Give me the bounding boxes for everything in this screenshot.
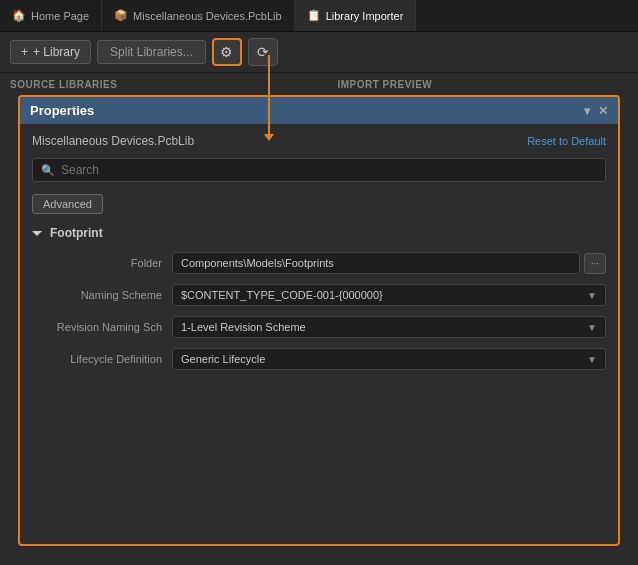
close-button[interactable]: ✕: [598, 104, 608, 118]
lifecycle-row: Lifecycle Definition Generic Lifecycle ▼: [32, 348, 606, 370]
toolbar: + + Library Split Libraries... ⚙ ⟳: [0, 32, 638, 73]
add-library-button[interactable]: + + Library: [10, 40, 91, 64]
importer-icon: 📋: [307, 9, 321, 23]
revision-naming-field: 1-Level Revision Scheme ▼: [172, 316, 606, 338]
pcblib-icon: 📦: [114, 9, 128, 23]
footprint-label: Footprint: [50, 226, 103, 240]
reset-to-default-link[interactable]: Reset to Default: [527, 135, 606, 147]
revision-naming-dropdown-icon: ▼: [587, 322, 597, 333]
properties-title: Properties: [30, 103, 94, 118]
lifecycle-field: Generic Lifecycle ▼: [172, 348, 606, 370]
folder-value[interactable]: Components\Models\Footprints: [172, 252, 580, 274]
naming-scheme-dropdown-icon: ▼: [587, 290, 597, 301]
form-grid: Folder Components\Models\Footprints ··· …: [32, 252, 606, 370]
filename-row: Miscellaneous Devices.PcbLib Reset to De…: [32, 134, 606, 148]
revision-naming-row: Revision Naming Sch 1-Level Revision Sch…: [32, 316, 606, 338]
split-libraries-label: Split Libraries...: [110, 45, 193, 59]
properties-panel: Properties ▾ ✕ Miscellaneous Devices.Pcb…: [18, 95, 620, 546]
folder-row: Folder Components\Models\Footprints ···: [32, 252, 606, 274]
footprint-section-label: Footprint: [32, 226, 606, 240]
import-preview-header: IMPORT PREVIEW: [337, 79, 432, 90]
tab-importer-label: Library Importer: [326, 10, 404, 22]
lifecycle-select[interactable]: Generic Lifecycle ▼: [172, 348, 606, 370]
tab-misc-label: Miscellaneous Devices.PcbLib: [133, 10, 282, 22]
folder-field: Components\Models\Footprints ···: [172, 252, 606, 274]
gear-button[interactable]: ⚙: [212, 38, 242, 66]
home-icon: 🏠: [12, 9, 26, 23]
tab-home-label: Home Page: [31, 10, 89, 22]
naming-scheme-value: $CONTENT_TYPE_CODE-001-{000000}: [181, 289, 383, 301]
add-icon: +: [21, 45, 28, 59]
tab-misc[interactable]: 📦 Miscellaneous Devices.PcbLib: [102, 0, 295, 31]
advanced-button[interactable]: Advanced: [32, 194, 103, 214]
properties-header: Properties ▾ ✕: [20, 97, 618, 124]
collapse-icon: [32, 231, 42, 236]
revision-naming-value: 1-Level Revision Scheme: [181, 321, 306, 333]
revision-naming-label: Revision Naming Sch: [32, 321, 172, 333]
naming-scheme-row: Naming Scheme $CONTENT_TYPE_CODE-001-{00…: [32, 284, 606, 306]
revision-naming-select[interactable]: 1-Level Revision Scheme ▼: [172, 316, 606, 338]
search-icon: 🔍: [41, 164, 55, 177]
refresh-button[interactable]: ⟳: [248, 38, 278, 66]
refresh-icon: ⟳: [257, 44, 269, 60]
split-libraries-button[interactable]: Split Libraries...: [97, 40, 206, 64]
search-input[interactable]: [61, 163, 597, 177]
gear-icon: ⚙: [220, 44, 233, 60]
folder-label: Folder: [32, 257, 172, 269]
tab-bar: 🏠 Home Page 📦 Miscellaneous Devices.PcbL…: [0, 0, 638, 32]
section-headers: SOURCE LIBRARIES IMPORT PREVIEW: [0, 73, 638, 90]
tab-home[interactable]: 🏠 Home Page: [0, 0, 102, 31]
filename-text: Miscellaneous Devices.PcbLib: [32, 134, 194, 148]
pin-button[interactable]: ▾: [584, 104, 590, 118]
lifecycle-dropdown-icon: ▼: [587, 354, 597, 365]
source-libraries-header: SOURCE LIBRARIES: [10, 79, 117, 90]
naming-scheme-field: $CONTENT_TYPE_CODE-001-{000000} ▼: [172, 284, 606, 306]
header-controls: ▾ ✕: [584, 104, 608, 118]
lifecycle-label: Lifecycle Definition: [32, 353, 172, 365]
properties-body: Miscellaneous Devices.PcbLib Reset to De…: [20, 124, 618, 544]
arrow-connector: [268, 55, 270, 135]
naming-scheme-label: Naming Scheme: [32, 289, 172, 301]
tab-importer[interactable]: 📋 Library Importer: [295, 0, 417, 31]
lifecycle-value: Generic Lifecycle: [181, 353, 265, 365]
folder-browse-button[interactable]: ···: [584, 253, 606, 274]
search-bar[interactable]: 🔍: [32, 158, 606, 182]
naming-scheme-select[interactable]: $CONTENT_TYPE_CODE-001-{000000} ▼: [172, 284, 606, 306]
content-area: SOURCE LIBRARIES IMPORT PREVIEW Properti…: [0, 73, 638, 564]
add-library-label: + Library: [33, 45, 80, 59]
